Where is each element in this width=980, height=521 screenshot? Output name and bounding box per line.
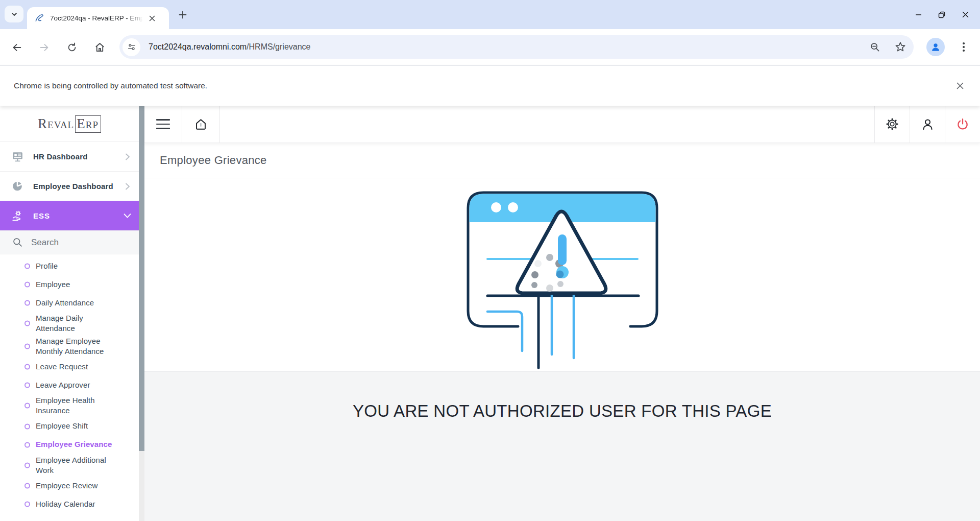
site-settings-button[interactable] xyxy=(122,38,140,56)
minimize-button[interactable] xyxy=(906,5,930,25)
browser-toolbar: 7oct2024qa.revalomni.com/HRMS/grievance xyxy=(0,29,980,65)
unauthorized-illustration xyxy=(458,187,667,375)
app-toolbar xyxy=(144,106,980,143)
sidebar-item-label: ESS xyxy=(33,211,50,220)
user-icon xyxy=(921,117,935,131)
bullet-icon xyxy=(24,502,30,507)
window-controls xyxy=(906,0,977,29)
plus-icon xyxy=(179,11,187,19)
close-window-button[interactable] xyxy=(953,5,977,25)
sidebar-scrollbar[interactable] xyxy=(139,106,144,521)
bullet-icon xyxy=(24,383,30,388)
unauthorized-message: YOU ARE NOT AUTHORIZED USER FOR THIS PAG… xyxy=(353,401,772,521)
url-path: /HRMS/grievance xyxy=(247,42,310,51)
employee-dashboard-icon xyxy=(11,180,24,193)
tab-close-icon[interactable] xyxy=(146,12,158,25)
bookmark-star-icon[interactable] xyxy=(894,41,906,53)
bullet-icon xyxy=(24,423,30,429)
close-icon xyxy=(956,82,964,90)
automation-infobar: Chrome is being controlled by automated … xyxy=(0,65,980,106)
sidebar-item-label: Employee Dashboard xyxy=(33,182,113,191)
bullet-icon xyxy=(24,343,30,349)
power-icon xyxy=(956,117,969,131)
hr-dashboard-icon xyxy=(11,150,24,163)
chevron-right-icon xyxy=(124,182,132,191)
forward-button[interactable] xyxy=(36,39,53,56)
minimize-icon xyxy=(915,11,922,18)
tab-title: 7oct2024qa - RevalERP - Emplo xyxy=(50,14,143,22)
app-window: RevalErp HR Dashboard Employee Dashboard xyxy=(0,106,980,521)
sidebar-item-hr-dashboard[interactable]: HR Dashboard xyxy=(0,141,139,171)
sidebar-menu: Profile Employee Daily Attendance Manage… xyxy=(0,254,139,513)
profile-avatar[interactable] xyxy=(926,38,945,56)
bullet-icon xyxy=(24,282,30,288)
browser-tab[interactable]: 7oct2024qa - RevalERP - Emplo xyxy=(27,7,169,29)
chrome-menu-button[interactable] xyxy=(957,40,971,54)
logout-button[interactable] xyxy=(945,106,980,143)
sidebar-item-profile[interactable]: Profile xyxy=(0,257,139,275)
chevron-down-icon xyxy=(11,11,18,18)
sidebar-item-employee[interactable]: Employee xyxy=(0,275,139,294)
bullet-icon xyxy=(24,264,30,269)
sidebar-item-leave-request[interactable]: Leave Request xyxy=(0,358,139,376)
tab-search-button[interactable] xyxy=(5,6,23,22)
ess-hand-gear-icon xyxy=(11,209,24,222)
account-button[interactable] xyxy=(910,106,945,143)
url-text: 7oct2024qa.revalomni.com/HRMS/grievance xyxy=(149,42,310,52)
bullet-icon xyxy=(24,321,30,326)
restore-icon xyxy=(938,11,946,19)
back-icon xyxy=(11,42,22,53)
bullet-icon xyxy=(24,462,30,468)
sidebar-item-holiday-calendar[interactable]: Holiday Calendar xyxy=(0,495,139,513)
sidebar-item-daily-attendance[interactable]: Daily Attendance xyxy=(0,294,139,312)
sidebar-item-employee-review[interactable]: Employee Review xyxy=(0,477,139,495)
sidebar: RevalErp HR Dashboard Employee Dashboard xyxy=(0,106,139,521)
app-home-button[interactable] xyxy=(182,106,220,143)
sidebar-toggle-button[interactable] xyxy=(144,106,182,143)
reload-button[interactable] xyxy=(63,39,81,56)
search-icon xyxy=(12,237,23,248)
chevron-down-icon xyxy=(123,211,132,220)
gear-icon xyxy=(886,117,899,131)
logo-text-right: Erp xyxy=(75,115,101,133)
new-tab-button[interactable] xyxy=(174,6,191,23)
home-icon xyxy=(194,117,208,131)
sidebar-item-manage-employee-monthly-attendance[interactable]: Manage Employee Monthly Attendance xyxy=(0,335,139,358)
forward-icon xyxy=(39,42,50,53)
infobar-message: Chrome is being controlled by automated … xyxy=(14,81,207,90)
bullet-icon xyxy=(24,403,30,409)
tune-icon xyxy=(127,42,136,52)
bullet-icon xyxy=(24,442,30,447)
home-button[interactable] xyxy=(91,39,108,56)
sidebar-item-employee-shift[interactable]: Employee Shift xyxy=(0,417,139,436)
hamburger-icon xyxy=(156,119,170,129)
sidebar-item-employee-dashboard[interactable]: Employee Dashboard xyxy=(0,171,139,201)
bullet-icon xyxy=(24,483,30,489)
back-button[interactable] xyxy=(8,39,26,56)
restore-button[interactable] xyxy=(930,5,953,25)
settings-button[interactable] xyxy=(874,106,910,143)
sidebar-item-employee-grievance[interactable]: Employee Grievance xyxy=(0,436,139,454)
zoom-out-icon[interactable] xyxy=(869,41,881,53)
sidebar-scrollbar-thumb[interactable] xyxy=(139,106,144,451)
sidebar-item-manage-daily-attendance[interactable]: Manage Daily Attendance xyxy=(0,312,139,335)
page-title: Employee Grievance xyxy=(160,154,267,167)
sidebar-item-leave-approver[interactable]: Leave Approver xyxy=(0,376,139,394)
main-area: Employee Grievance xyxy=(144,106,980,521)
reload-icon xyxy=(66,42,78,53)
sidebar-item-label: HR Dashboard xyxy=(33,152,88,161)
bullet-icon xyxy=(24,364,30,370)
sidebar-item-employee-health-insurance[interactable]: Employee Health Insurance xyxy=(0,394,139,417)
sidebar-item-employee-additional-work[interactable]: Employee Additional Work xyxy=(0,454,139,477)
sidebar-search[interactable] xyxy=(0,230,139,254)
address-bar[interactable]: 7oct2024qa.revalomni.com/HRMS/grievance xyxy=(119,35,914,59)
close-icon xyxy=(962,11,969,18)
logo[interactable]: RevalErp xyxy=(0,106,139,141)
url-domain: 7oct2024qa.revalomni.com xyxy=(149,42,247,51)
search-input[interactable] xyxy=(31,238,108,248)
sidebar-item-ess[interactable]: ESS xyxy=(0,201,139,230)
reval-favicon-icon xyxy=(34,13,45,23)
profile-avatar-icon xyxy=(930,41,941,53)
chevron-right-icon xyxy=(124,153,132,161)
infobar-close-button[interactable] xyxy=(952,78,968,93)
